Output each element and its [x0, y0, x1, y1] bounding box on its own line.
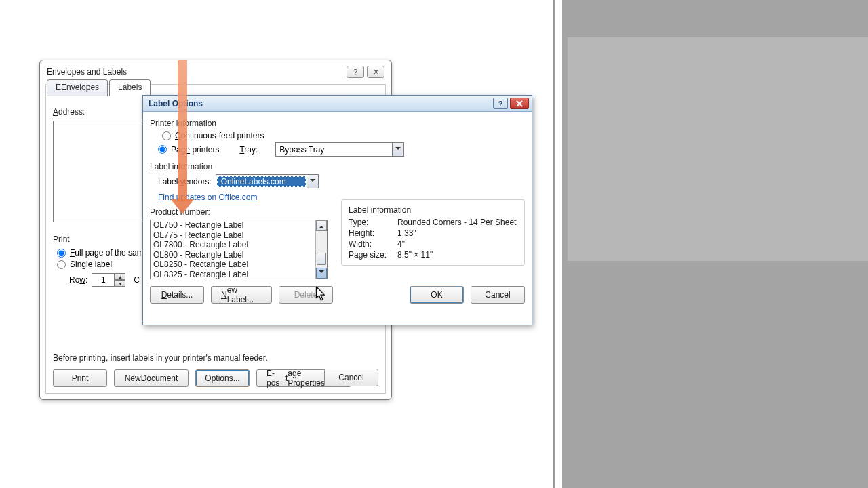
vendor-label: Label vendors:: [158, 177, 212, 186]
cancel-button[interactable]: Cancel: [471, 286, 525, 304]
close-icon: [516, 100, 523, 107]
listbox-scrollbar[interactable]: [315, 220, 327, 279]
height-key: Height:: [349, 228, 391, 238]
radio-full-page-input[interactable]: [57, 249, 66, 258]
workspace-inner: [568, 37, 868, 261]
cancel-button[interactable]: Cancel: [324, 369, 378, 386]
ok-button[interactable]: OK: [410, 286, 464, 304]
new-document-button[interactable]: New Document: [114, 369, 189, 387]
list-item[interactable]: OL750 - Rectangle Label: [151, 220, 315, 230]
tray-select[interactable]: Bypass Tray: [275, 142, 404, 157]
radio-page-printers-input[interactable]: [158, 145, 167, 154]
dialog-title: Envelopes and Labels: [47, 67, 344, 77]
delete-button: Delete: [279, 286, 333, 304]
new-label-button[interactable]: New Label...: [211, 286, 272, 304]
help-button[interactable]: ?: [493, 98, 508, 109]
feeder-note: Before printing, insert labels in your p…: [53, 353, 267, 363]
width-value: 4": [397, 239, 405, 249]
row-spin-down[interactable]: ▼: [115, 280, 125, 287]
label-options-dialog: Label Options ? Printer information Cont…: [142, 95, 532, 325]
tab-labels[interactable]: Labels: [109, 79, 151, 96]
label-info-heading: Label information: [150, 162, 525, 171]
list-item[interactable]: OL800 - Rectangle Label: [151, 250, 315, 260]
scroll-thumb[interactable]: [317, 253, 326, 265]
radio-continuous[interactable]: Continuous-feed printers: [162, 131, 525, 140]
details-button[interactable]: Details...: [150, 286, 204, 304]
col-label-fragment: C: [134, 275, 140, 285]
printer-info-heading: Printer information: [150, 119, 525, 128]
radio-continuous-input[interactable]: [162, 131, 171, 140]
help-button[interactable]: ?: [347, 66, 364, 78]
info-title: Label information: [349, 205, 517, 215]
row-spin-up[interactable]: ▲: [115, 273, 125, 280]
pagesize-key: Page size:: [349, 250, 391, 260]
print-button[interactable]: Print: [53, 369, 107, 387]
radio-page-printers[interactable]: Page printers: [158, 145, 219, 155]
label-options-titlebar[interactable]: Label Options ?: [143, 96, 532, 112]
list-item[interactable]: OL7800 - Rectangle Label: [151, 240, 315, 250]
list-item[interactable]: OL775 - Rectangle Label: [151, 230, 315, 241]
tray-value: Bypass Tray: [276, 145, 392, 155]
tab-envelopes[interactable]: EEnvelopes: [47, 79, 108, 96]
vendor-select[interactable]: OnlineLabels.com: [216, 174, 319, 188]
row-input[interactable]: [92, 273, 115, 287]
close-button[interactable]: ✕: [367, 66, 384, 78]
row-label: Row:: [69, 275, 87, 285]
chevron-down-icon: [307, 175, 318, 188]
list-item[interactable]: OL8325 - Rectangle Label: [151, 270, 315, 280]
product-listbox[interactable]: OL750 - Rectangle Label OL775 - Rectangl…: [150, 220, 328, 279]
chevron-down-icon: [392, 143, 403, 156]
type-key: Type:: [349, 218, 391, 227]
office-updates-link[interactable]: Find updates on Office.com: [158, 192, 258, 202]
radio-single-input[interactable]: [57, 260, 66, 269]
options-button[interactable]: Options...: [195, 369, 250, 387]
type-value: Rounded Corners - 14 Per Sheet: [397, 218, 516, 227]
scroll-up-button[interactable]: [316, 220, 327, 231]
height-value: 1.33": [397, 228, 416, 238]
label-info-panel: Label information Type:Rounded Corners -…: [341, 199, 525, 266]
pagesize-value: 8.5" × 11": [397, 250, 433, 260]
product-number-label: Product number:: [150, 207, 328, 217]
scroll-down-button[interactable]: [316, 268, 327, 279]
label-options-title: Label Options: [149, 99, 493, 108]
panel-divider: [553, 0, 555, 488]
width-key: Width:: [349, 239, 391, 249]
list-item[interactable]: OL8250 - Rectangle Label: [151, 260, 315, 270]
workspace-panel: [562, 0, 868, 488]
vendor-value: OnlineLabels.com: [217, 176, 306, 187]
tray-label: Tray:: [239, 145, 258, 155]
close-button[interactable]: [510, 98, 529, 109]
